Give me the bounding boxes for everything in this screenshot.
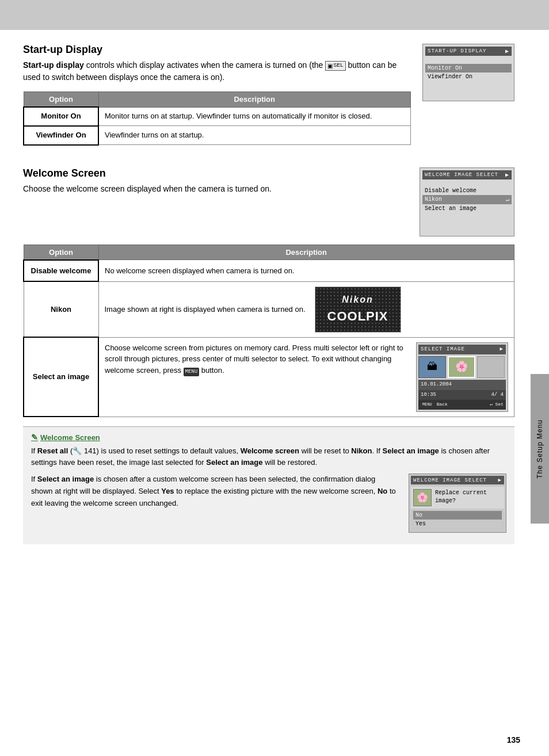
welcome-desc-1: No welcome screen displayed when camera … [98, 260, 514, 282]
welcome-table: Option Description Disable welcome No we… [23, 245, 514, 418]
image-preview-row: 🏔 🌸 [418, 356, 506, 378]
table-row: Disable welcome No welcome screen displa… [24, 260, 514, 282]
confirm-yes: Yes [413, 520, 502, 528]
confirm-thumb: 🌸 [413, 489, 432, 506]
table-row: Nikon Image shown at right is displayed … [24, 281, 514, 337]
sel-label: SEL [333, 62, 343, 70]
menu-btn-icon: MENU [184, 368, 200, 377]
welcome-cam-title: WELCOME IMAGE SELECT [425, 172, 498, 178]
thumb-3 [477, 356, 505, 378]
select-image-date: 10.01.2004 [421, 381, 452, 389]
startup-option-1: Monitor On [24, 107, 98, 126]
note-select-image-ref2: Select an image [206, 458, 262, 467]
welcome-table-col2: Description [98, 245, 514, 260]
startup-table-col1: Option [24, 92, 98, 108]
startup-cam-arrow: ▶ [505, 48, 509, 55]
select-image-title-bar: SELECT IMAGE ▶ [418, 345, 506, 355]
welcome-desc-3: Choose welcome screen from pictures on m… [98, 337, 514, 417]
confirm-screen-container: WELCOME IMAGE SELECT ▶ 🌸 Replace current… [409, 474, 506, 533]
startup-intro: Start-up display controls which display … [23, 59, 411, 83]
welcome-option-2: Nikon [24, 281, 98, 337]
select-image-desc-text: Choose welcome screen from pictures on m… [105, 342, 409, 377]
confirm-body: 🌸 Replace current image? [411, 487, 504, 509]
startup-table-col2: Description [98, 92, 411, 108]
confirm-replace-text: Replace current image? [435, 489, 502, 506]
startup-cam-screen: START-UP DISPLAY ▶ Monitor On Viewfinder… [422, 44, 514, 101]
note-title: ✎ Welcome Screen [31, 433, 506, 442]
startup-option-2: Viewfinder On [24, 126, 98, 145]
nikon-logo: Nikon COOLPIX [315, 287, 401, 333]
bottom-text: If Select an image is chosen after a cus… [31, 474, 397, 533]
note-para-1: If Reset all (🔧 141) is used to reset se… [31, 445, 506, 468]
startup-section: Start-up Display Start-up display contro… [23, 44, 514, 157]
note-title-text: Welcome Screen [40, 433, 100, 442]
confirm-options: No Yes [411, 511, 504, 530]
startup-intro-bold: Start-up display [23, 60, 84, 70]
welcome-cam-item-2-icon: ↵ [506, 196, 509, 203]
table-row: Monitor On Monitor turns on at startup. … [24, 107, 411, 126]
select-image-menu-label: MENU Back [421, 401, 448, 408]
startup-intro-rest: controls which display activates when th… [84, 60, 325, 70]
startup-cam-item-2: Viewfinder On [425, 72, 512, 81]
table-row: Select an image Choose welcome screen fr… [24, 337, 514, 417]
note-pencil-icon: ✎ [31, 433, 38, 442]
welcome-cam-item-2-label: Nikon [425, 196, 442, 203]
welcome-cam-screen-container: WELCOME IMAGE SELECT ▶ Disable welcome N… [420, 167, 514, 236]
note-reset-icon: 🔧 [73, 446, 82, 455]
note-reset-all: Reset all [37, 446, 68, 455]
welcome-cam-item-1: Disable welcome [422, 186, 512, 195]
side-tab: The Setup Menu [531, 374, 549, 524]
welcome-cam-item-3: Select an image [422, 204, 512, 213]
note-box: ✎ Welcome Screen If Reset all (🔧 141) is… [23, 426, 514, 544]
startup-cam-item-1: Monitor On [425, 64, 512, 72]
select-image-count: 4/ 4 [491, 391, 504, 399]
startup-desc-2: Viewfinder turns on at startup. [98, 126, 411, 145]
thumb-1: 🏔 [418, 356, 446, 378]
startup-cam-title: START-UP DISPLAY [428, 48, 486, 54]
startup-title: Start-up Display [23, 44, 411, 56]
startup-table: Option Description Monitor On Monitor tu… [23, 91, 411, 146]
select-image-arrow: ▶ [500, 346, 504, 354]
thumb-2: 🌸 [448, 356, 475, 378]
note-yes-bold: Yes [161, 487, 174, 495]
startup-cam-title-bar: START-UP DISPLAY ▶ [425, 47, 512, 56]
bottom-section: If Select an image is chosen after a cus… [31, 474, 506, 533]
note-select-image-ref: Select an image [383, 446, 439, 455]
note-no-bold: No [378, 487, 387, 495]
note-select-bold: Select an image [37, 475, 94, 483]
welcome-section: Welcome Screen Choose the welcome screen… [23, 167, 514, 236]
welcome-table-col1: Option [24, 245, 98, 260]
nikon-brand-text: Nikon [342, 293, 373, 307]
select-image-info-bar: 10.01.2004 [418, 380, 506, 390]
side-tab-label: The Setup Menu [536, 419, 544, 479]
sel-button: ▣SEL [325, 61, 345, 71]
select-image-set-label: Set [495, 402, 504, 407]
welcome-cam-arrow: ▶ [505, 171, 509, 178]
welcome-option-1: Disable welcome [24, 260, 98, 282]
select-image-time-bar: 10:35 4/ 4 [418, 390, 506, 400]
select-image-back: Back [437, 402, 448, 407]
welcome-cam-item-2: Nikon ↵ [422, 195, 512, 204]
confirm-title: WELCOME IMAGE SELECT [413, 478, 487, 483]
select-image-set: ↵ Set [490, 401, 504, 408]
page-number: 135 [507, 735, 520, 744]
welcome-option-3: Select an image [24, 337, 98, 417]
welcome-cam-title-bar: WELCOME IMAGE SELECT ▶ [422, 170, 512, 180]
confirm-arrow: ▶ [498, 477, 502, 483]
note-reset-num: 141 [84, 446, 97, 455]
welcome-desc-2: Image shown at right is displayed when c… [98, 281, 514, 337]
top-bar [0, 0, 549, 30]
select-image-title: SELECT IMAGE [421, 346, 465, 354]
sel-icon: ▣ [327, 62, 333, 70]
select-image-screen: SELECT IMAGE ▶ 🏔 🌸 10.01.2004 [416, 342, 508, 412]
select-image-menu-btn: MENU [421, 401, 434, 408]
welcome-title: Welcome Screen [23, 167, 408, 180]
startup-desc-1: Monitor turns on at startup. Viewfinder … [98, 107, 411, 126]
confirm-title-bar: WELCOME IMAGE SELECT ▶ [411, 476, 504, 484]
table-row: Viewfinder On Viewfinder turns on at sta… [24, 126, 411, 145]
select-image-time: 10:35 [421, 391, 436, 399]
select-image-bottom-bar: MENU Back ↵ Set [418, 400, 506, 410]
coolpix-brand-text: COOLPIX [327, 307, 388, 326]
welcome-nikon-desc-text: Image shown at right is displayed when c… [105, 304, 306, 315]
welcome-cam-screen: WELCOME IMAGE SELECT ▶ Disable welcome N… [420, 167, 514, 236]
